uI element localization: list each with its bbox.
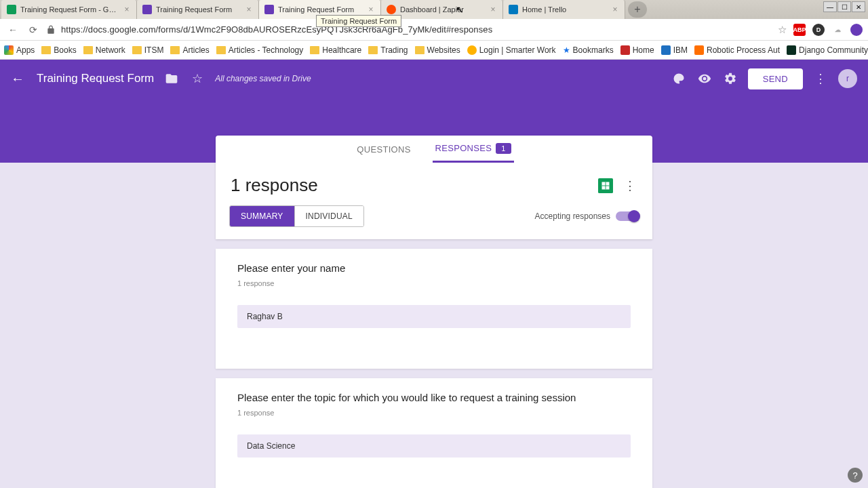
bulb-icon [467, 45, 477, 55]
tab-title: Training Request Form [156, 5, 241, 14]
accepting-label: Accepting responses [535, 211, 610, 221]
folder-icon [415, 46, 425, 54]
bookmark-item[interactable]: Books [41, 45, 76, 55]
tab-title: Training Request Form [278, 5, 363, 14]
sheets-icon [7, 5, 16, 14]
send-button[interactable]: SEND [748, 68, 803, 89]
abp-icon[interactable]: ABP [793, 24, 806, 36]
address-bar: ← ⟳ https://docs.google.com/forms/d/1Wmc… [0, 19, 868, 41]
question-block: Please enter your name 1 response Raghav… [216, 249, 652, 369]
bookmark-item[interactable]: Articles [170, 45, 209, 55]
view-toggle: SUMMARY INDIVIDUAL [229, 205, 364, 227]
tab-title: Training Request Form - Google [20, 5, 119, 14]
answer-value: Raghav B [237, 305, 631, 328]
question-title: Please enter your name [237, 262, 631, 274]
settings-icon[interactable] [722, 70, 738, 87]
maximize-button[interactable]: ☐ [837, 1, 851, 12]
palette-icon[interactable] [671, 70, 687, 87]
url-text[interactable]: https://docs.google.com/forms/d/1Wmc2F9O… [61, 24, 772, 35]
browser-tab[interactable]: Training Request Form × [137, 0, 259, 19]
answer-value: Data Science [237, 434, 631, 458]
summary-button[interactable]: SUMMARY [230, 206, 294, 226]
minimize-button[interactable]: — [823, 1, 837, 12]
window-controls: — ☐ ✕ [823, 1, 865, 12]
close-icon[interactable]: × [123, 5, 131, 14]
profile-icon[interactable] [850, 24, 863, 36]
home-icon [620, 45, 630, 55]
save-status: All changes saved in Drive [215, 74, 311, 83]
star-icon: ★ [563, 45, 570, 55]
bookmark-item[interactable]: ★Bookmarks [563, 45, 614, 55]
new-tab-button[interactable]: + [628, 1, 647, 18]
bookmark-item[interactable]: Healthcare [310, 45, 361, 55]
folder-icon[interactable] [163, 70, 180, 87]
account-avatar[interactable]: r [838, 69, 857, 88]
zapier-icon [387, 5, 396, 14]
browser-tab[interactable]: Home | Trello × [503, 0, 625, 19]
sheets-icon[interactable] [598, 178, 613, 193]
form-tabs: QUESTIONS RESPONSES 1 [216, 136, 652, 163]
response-heading: 1 response [231, 175, 598, 196]
bookmark-apps[interactable]: Apps [4, 45, 35, 55]
forms-icon [264, 5, 274, 14]
ext-icon[interactable]: ☁ [831, 24, 844, 36]
close-icon[interactable]: × [367, 5, 375, 14]
individual-button[interactable]: INDIVIDUAL [294, 206, 363, 226]
bookmarks-bar: Apps Books Network ITSM Articles Article… [0, 41, 868, 60]
bookmark-item[interactable]: Articles - Technology [216, 45, 304, 55]
bookmark-item[interactable]: Websites [415, 45, 460, 55]
rpa-icon [694, 45, 704, 55]
django-icon [787, 45, 796, 55]
folder-icon [170, 46, 180, 54]
preview-icon[interactable] [696, 70, 713, 87]
folder-icon [83, 46, 93, 54]
star-icon[interactable]: ☆ [778, 24, 787, 36]
browser-tab-strip: Training Request Form - Google × Trainin… [0, 0, 868, 19]
close-icon[interactable]: × [245, 5, 253, 14]
bookmark-item[interactable]: Network [83, 45, 125, 55]
folder-icon [310, 46, 319, 54]
bookmark-item[interactable]: Login | Smarter Work [467, 45, 556, 55]
folder-icon [41, 46, 51, 54]
responses-card: QUESTIONS RESPONSES 1 1 response ⋮ SUMMA… [216, 136, 652, 239]
question-subtext: 1 response [237, 279, 631, 287]
tab-responses[interactable]: RESPONSES 1 [433, 136, 514, 163]
star-icon[interactable]: ☆ [189, 70, 205, 87]
response-count-badge: 1 [496, 143, 511, 154]
bookmark-item[interactable]: Robotic Process Aut [694, 45, 780, 55]
tab-tooltip: Training Request Form [316, 15, 401, 27]
bookmark-item[interactable]: Django Community [787, 45, 868, 55]
back-arrow-icon[interactable]: ← [11, 71, 27, 87]
form-title[interactable]: Training Request Form [37, 72, 154, 85]
folder-icon [132, 46, 142, 54]
bookmark-item[interactable]: Home [620, 45, 654, 55]
bookmark-item[interactable]: Trading [368, 45, 408, 55]
lock-icon [46, 25, 56, 35]
close-icon[interactable]: × [611, 5, 619, 14]
close-icon[interactable]: × [489, 5, 497, 14]
forms-icon [142, 5, 152, 14]
ibm-icon [661, 45, 671, 55]
forms-header: ← Training Request Form ☆ All changes sa… [0, 60, 868, 98]
tab-title: Dashboard | Zapier [400, 5, 485, 14]
reload-button[interactable]: ⟳ [26, 22, 41, 37]
apps-icon [4, 45, 14, 55]
bookmark-item[interactable]: ITSM [132, 45, 164, 55]
question-subtext: 1 response [237, 409, 631, 417]
ext-icon[interactable]: D [812, 24, 825, 36]
more-icon[interactable]: ⋮ [812, 70, 829, 87]
tab-responses-label: RESPONSES [435, 143, 492, 153]
help-button[interactable]: ? [848, 468, 863, 483]
bookmark-item[interactable]: IBM [661, 45, 688, 55]
browser-tab[interactable]: Training Request Form - Google × [1, 0, 137, 19]
tab-questions[interactable]: QUESTIONS [354, 136, 413, 163]
folder-icon [216, 46, 226, 54]
tab-title: Home | Trello [522, 5, 607, 14]
question-title: Please enter the topic for which you wou… [237, 392, 631, 403]
question-block: Please enter the topic for which you wou… [216, 378, 652, 488]
close-window-button[interactable]: ✕ [852, 1, 865, 12]
accepting-toggle[interactable] [616, 211, 639, 221]
folder-icon [368, 46, 378, 54]
back-button[interactable]: ← [5, 22, 20, 37]
more-icon[interactable]: ⋮ [623, 178, 637, 193]
